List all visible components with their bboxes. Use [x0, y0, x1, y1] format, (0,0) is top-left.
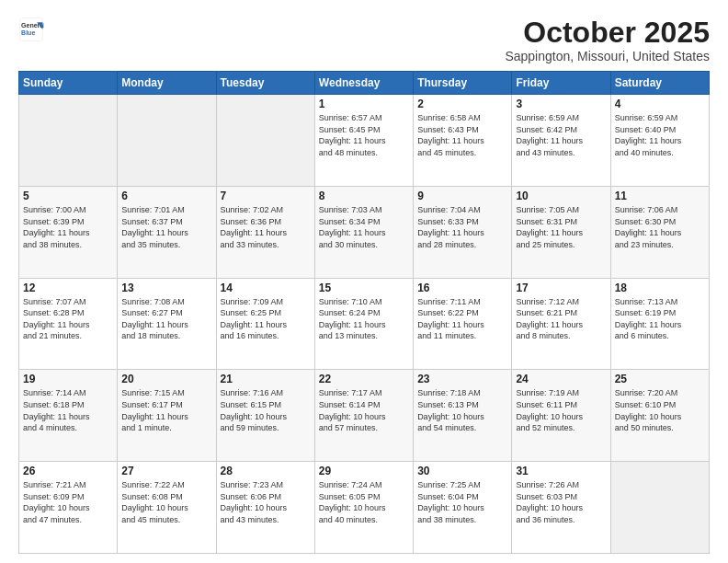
- table-row: 18Sunrise: 7:13 AM Sunset: 6:19 PM Dayli…: [610, 278, 709, 370]
- day-number: 30: [417, 465, 507, 477]
- day-info: Sunrise: 7:01 AM Sunset: 6:37 PM Dayligh…: [121, 204, 211, 250]
- day-info: Sunrise: 7:16 AM Sunset: 6:15 PM Dayligh…: [221, 387, 311, 433]
- table-row: 1Sunrise: 6:57 AM Sunset: 6:45 PM Daylig…: [314, 95, 413, 187]
- day-info: Sunrise: 7:11 AM Sunset: 6:22 PM Dayligh…: [417, 296, 507, 342]
- day-info: Sunrise: 6:59 AM Sunset: 6:42 PM Dayligh…: [516, 112, 606, 158]
- day-info: Sunrise: 7:04 AM Sunset: 6:33 PM Dayligh…: [417, 204, 507, 250]
- logo: General Blue: [18, 17, 44, 42]
- day-info: Sunrise: 7:03 AM Sunset: 6:34 PM Dayligh…: [319, 204, 409, 250]
- day-info: Sunrise: 6:57 AM Sunset: 6:45 PM Dayligh…: [319, 112, 409, 158]
- day-number: 21: [221, 373, 311, 385]
- day-info: Sunrise: 7:07 AM Sunset: 6:28 PM Dayligh…: [23, 296, 113, 342]
- day-number: 2: [417, 98, 507, 110]
- day-number: 28: [221, 465, 311, 477]
- table-row: 7Sunrise: 7:02 AM Sunset: 6:36 PM Daylig…: [216, 186, 314, 278]
- table-row: 6Sunrise: 7:01 AM Sunset: 6:37 PM Daylig…: [118, 186, 216, 278]
- day-info: Sunrise: 7:22 AM Sunset: 6:08 PM Dayligh…: [121, 479, 211, 525]
- day-number: 1: [319, 98, 409, 110]
- calendar-week-row: 5Sunrise: 7:00 AM Sunset: 6:39 PM Daylig…: [19, 186, 710, 278]
- col-friday: Friday: [512, 72, 610, 95]
- day-number: 3: [516, 98, 606, 110]
- table-row: 17Sunrise: 7:12 AM Sunset: 6:21 PM Dayli…: [512, 278, 610, 370]
- table-row: 29Sunrise: 7:24 AM Sunset: 6:05 PM Dayli…: [314, 462, 413, 554]
- table-row: 26Sunrise: 7:21 AM Sunset: 6:09 PM Dayli…: [19, 462, 118, 554]
- table-row: [610, 462, 709, 554]
- table-row: 27Sunrise: 7:22 AM Sunset: 6:08 PM Dayli…: [118, 462, 216, 554]
- day-info: Sunrise: 6:59 AM Sunset: 6:40 PM Dayligh…: [615, 112, 705, 158]
- day-number: 7: [221, 190, 311, 202]
- day-number: 6: [121, 190, 211, 202]
- table-row: 23Sunrise: 7:18 AM Sunset: 6:13 PM Dayli…: [414, 370, 512, 462]
- day-info: Sunrise: 7:17 AM Sunset: 6:14 PM Dayligh…: [319, 387, 409, 433]
- day-number: 25: [615, 373, 705, 385]
- day-number: 24: [516, 373, 606, 385]
- table-row: 8Sunrise: 7:03 AM Sunset: 6:34 PM Daylig…: [314, 186, 413, 278]
- table-row: 25Sunrise: 7:20 AM Sunset: 6:10 PM Dayli…: [610, 370, 709, 462]
- table-row: 19Sunrise: 7:14 AM Sunset: 6:18 PM Dayli…: [19, 370, 118, 462]
- day-number: 26: [23, 465, 113, 477]
- table-row: 5Sunrise: 7:00 AM Sunset: 6:39 PM Daylig…: [19, 186, 118, 278]
- table-row: 12Sunrise: 7:07 AM Sunset: 6:28 PM Dayli…: [19, 278, 118, 370]
- col-tuesday: Tuesday: [216, 72, 314, 95]
- day-number: 10: [516, 190, 606, 202]
- day-info: Sunrise: 7:20 AM Sunset: 6:10 PM Dayligh…: [615, 387, 705, 433]
- day-info: Sunrise: 7:23 AM Sunset: 6:06 PM Dayligh…: [221, 479, 311, 525]
- day-info: Sunrise: 7:10 AM Sunset: 6:24 PM Dayligh…: [319, 296, 409, 342]
- table-row: 31Sunrise: 7:26 AM Sunset: 6:03 PM Dayli…: [512, 462, 610, 554]
- table-row: 30Sunrise: 7:25 AM Sunset: 6:04 PM Dayli…: [414, 462, 512, 554]
- svg-text:Blue: Blue: [21, 29, 35, 36]
- day-info: Sunrise: 7:15 AM Sunset: 6:17 PM Dayligh…: [121, 387, 211, 433]
- day-number: 5: [23, 190, 113, 202]
- col-saturday: Saturday: [610, 72, 709, 95]
- day-info: Sunrise: 7:02 AM Sunset: 6:36 PM Dayligh…: [221, 204, 311, 250]
- day-number: 27: [121, 465, 211, 477]
- day-number: 15: [319, 282, 409, 294]
- day-info: Sunrise: 7:19 AM Sunset: 6:11 PM Dayligh…: [516, 387, 606, 433]
- day-info: Sunrise: 7:13 AM Sunset: 6:19 PM Dayligh…: [615, 296, 705, 342]
- table-row: 13Sunrise: 7:08 AM Sunset: 6:27 PM Dayli…: [118, 278, 216, 370]
- day-number: 31: [516, 465, 606, 477]
- table-row: 3Sunrise: 6:59 AM Sunset: 6:42 PM Daylig…: [512, 95, 610, 187]
- calendar-week-row: 12Sunrise: 7:07 AM Sunset: 6:28 PM Dayli…: [19, 278, 710, 370]
- day-info: Sunrise: 7:09 AM Sunset: 6:25 PM Dayligh…: [221, 296, 311, 342]
- table-row: 10Sunrise: 7:05 AM Sunset: 6:31 PM Dayli…: [512, 186, 610, 278]
- table-row: 14Sunrise: 7:09 AM Sunset: 6:25 PM Dayli…: [216, 278, 314, 370]
- col-thursday: Thursday: [414, 72, 512, 95]
- day-number: 22: [319, 373, 409, 385]
- day-info: Sunrise: 7:18 AM Sunset: 6:13 PM Dayligh…: [417, 387, 507, 433]
- day-number: 8: [319, 190, 409, 202]
- day-number: 9: [417, 190, 507, 202]
- title-block: October 2025 Sappington, Missouri, Unite…: [505, 17, 710, 63]
- day-number: 23: [417, 373, 507, 385]
- table-row: 28Sunrise: 7:23 AM Sunset: 6:06 PM Dayli…: [216, 462, 314, 554]
- calendar-week-row: 26Sunrise: 7:21 AM Sunset: 6:09 PM Dayli…: [19, 462, 710, 554]
- table-row: [216, 95, 314, 187]
- col-wednesday: Wednesday: [314, 72, 413, 95]
- table-row: 15Sunrise: 7:10 AM Sunset: 6:24 PM Dayli…: [314, 278, 413, 370]
- table-row: 4Sunrise: 6:59 AM Sunset: 6:40 PM Daylig…: [610, 95, 709, 187]
- table-row: 11Sunrise: 7:06 AM Sunset: 6:30 PM Dayli…: [610, 186, 709, 278]
- day-number: 16: [417, 282, 507, 294]
- page-header: General Blue October 2025 Sappington, Mi…: [18, 17, 710, 63]
- calendar-table: Sunday Monday Tuesday Wednesday Thursday…: [18, 71, 710, 554]
- calendar-header-row: Sunday Monday Tuesday Wednesday Thursday…: [19, 72, 710, 95]
- day-number: 12: [23, 282, 113, 294]
- day-number: 20: [121, 373, 211, 385]
- day-number: 18: [615, 282, 705, 294]
- day-info: Sunrise: 7:25 AM Sunset: 6:04 PM Dayligh…: [417, 479, 507, 525]
- day-number: 29: [319, 465, 409, 477]
- day-info: Sunrise: 7:00 AM Sunset: 6:39 PM Dayligh…: [23, 204, 113, 250]
- day-number: 13: [121, 282, 211, 294]
- day-info: Sunrise: 7:08 AM Sunset: 6:27 PM Dayligh…: [121, 296, 211, 342]
- logo-icon: General Blue: [18, 17, 44, 42]
- table-row: 9Sunrise: 7:04 AM Sunset: 6:33 PM Daylig…: [414, 186, 512, 278]
- col-sunday: Sunday: [19, 72, 118, 95]
- table-row: 2Sunrise: 6:58 AM Sunset: 6:43 PM Daylig…: [414, 95, 512, 187]
- table-row: 22Sunrise: 7:17 AM Sunset: 6:14 PM Dayli…: [314, 370, 413, 462]
- month-title: October 2025: [505, 17, 710, 49]
- table-row: 20Sunrise: 7:15 AM Sunset: 6:17 PM Dayli…: [118, 370, 216, 462]
- table-row: 21Sunrise: 7:16 AM Sunset: 6:15 PM Dayli…: [216, 370, 314, 462]
- location: Sappington, Missouri, United States: [505, 49, 710, 63]
- day-number: 11: [615, 190, 705, 202]
- day-info: Sunrise: 7:21 AM Sunset: 6:09 PM Dayligh…: [23, 479, 113, 525]
